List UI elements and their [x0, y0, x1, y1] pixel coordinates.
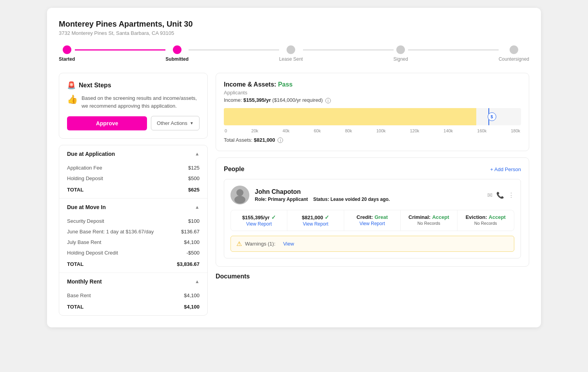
left-panel: 🚨 Next Steps 👍 Based on the screening re… — [59, 73, 208, 316]
other-actions-button[interactable]: Other Actions ▼ — [151, 116, 200, 130]
fee-total-movein: TOTAL $3,836.67 — [59, 258, 207, 273]
fee-row-holding: Holding Deposit $500 — [59, 173, 207, 184]
phone-icon[interactable]: 📞 — [496, 191, 504, 199]
more-options-icon[interactable]: ⋮ — [508, 191, 514, 199]
assets-check-icon: ✓ — [325, 214, 329, 220]
step-label-started: Started — [59, 56, 75, 62]
main-container: Monterey Pines Apartments, Unit 30 3732 … — [47, 8, 541, 327]
person-info: John Chapoton Role: Primary Applicant St… — [255, 188, 482, 202]
documents-title: Documents — [216, 273, 529, 280]
progress-section: Started Submitted Lease Sent Signed Coun… — [59, 45, 529, 62]
step-dot-started — [63, 45, 71, 54]
person-name: John Chapoton — [255, 188, 482, 195]
progress-line-4 — [408, 49, 499, 51]
step-dot-submitted — [173, 45, 181, 54]
fee-section-monthly-header[interactable]: Monthly Rent ▲ — [59, 273, 207, 290]
step-submitted: Submitted — [165, 45, 189, 62]
fee-row-july-rent: July Base Rent $4,100 — [59, 237, 207, 247]
view-assets-report[interactable]: View Report — [292, 221, 339, 227]
fee-row-security: Security Deposit $100 — [59, 216, 207, 226]
fee-section-application-header[interactable]: Due at Application ▲ — [59, 145, 207, 163]
bar-marker: $ — [488, 108, 489, 125]
fee-row-june-rent: June Base Rent: 1 day at $136.67/day $13… — [59, 226, 207, 237]
income-card: Income & Assets: Pass Applicants Income:… — [216, 73, 529, 151]
progress-line-2 — [189, 49, 279, 51]
avatar — [230, 186, 249, 204]
total-assets: Total Assets: $821,000 i — [224, 137, 521, 143]
property-name: Monterey Pines Apartments, Unit 30 — [59, 20, 529, 29]
stat-income-value: $155,395/yr ✓ — [236, 214, 282, 220]
approve-button[interactable]: Approve — [67, 116, 147, 130]
fee-total-application: TOTAL $625 — [59, 184, 207, 198]
fees-card: Due at Application ▲ Application Fee $12… — [59, 145, 208, 316]
fee-section-monthly: Monthly Rent ▲ Base Rent $4,100 TOTAL $4… — [59, 273, 207, 315]
criminal-sub: No Records — [405, 221, 452, 226]
dollar-icon: $ — [488, 112, 496, 121]
step-label-lease-sent: Lease Sent — [279, 56, 303, 62]
step-dot-countersigned — [510, 45, 518, 54]
bar-fill — [224, 108, 476, 125]
applicants-label: Applicants — [224, 90, 521, 96]
stat-income: $155,395/yr ✓ View Report — [231, 210, 287, 231]
header: Monterey Pines Apartments, Unit 30 3732 … — [59, 20, 529, 36]
right-panel: Income & Assets: Pass Applicants Income:… — [216, 73, 529, 280]
people-title: People — [224, 166, 244, 173]
fee-section-movein: Due at Move In ▲ Security Deposit $100 J… — [59, 199, 207, 273]
property-address: 3732 Monterey Pines St, Santa Barbara, C… — [59, 30, 529, 36]
next-steps-title: Next Steps — [79, 82, 111, 89]
warning-icon: ⚠ — [236, 240, 242, 247]
info-icon[interactable]: i — [325, 98, 331, 103]
step-countersigned: Countersigned — [499, 45, 529, 62]
warning-view-link[interactable]: View — [283, 241, 294, 247]
stat-eviction: Eviction: Accept No Records — [457, 210, 514, 231]
thumbsup-icon: 👍 — [67, 94, 78, 105]
fee-section-application-title: Due at Application — [67, 151, 115, 157]
stat-credit: Credit: Great View Report — [344, 210, 401, 231]
stat-assets-value: $821,000 ✓ — [292, 214, 339, 220]
svg-point-1 — [236, 189, 243, 196]
assets-info-icon[interactable]: i — [278, 137, 283, 143]
alert-icon: 🚨 — [67, 81, 76, 90]
fee-section-monthly-title: Monthly Rent — [67, 278, 102, 285]
documents-section: Documents — [216, 273, 529, 280]
income-amount: Income: $155,395/yr ($164,000/yr require… — [224, 97, 521, 103]
fee-row-base-rent: Base Rent $4,100 — [59, 290, 207, 301]
step-dot-signed — [396, 45, 405, 54]
add-person-button[interactable]: + Add Person — [490, 166, 521, 172]
next-steps-body: 👍 Based on the screening results and inc… — [67, 94, 200, 110]
fee-section-application: Due at Application ▲ Application Fee $12… — [59, 145, 207, 199]
chevron-down-icon: ▼ — [190, 121, 194, 125]
svg-point-2 — [234, 196, 245, 204]
step-lease-sent: Lease Sent — [279, 45, 303, 62]
stat-criminal-value: Criminal: Accept — [405, 214, 452, 220]
people-header: People + Add Person — [224, 166, 521, 173]
fee-section-movein-title: Due at Move In — [67, 204, 106, 210]
step-signed: Signed — [394, 45, 408, 62]
step-started: Started — [59, 45, 75, 62]
step-dot-lease-sent — [287, 45, 295, 54]
step-label-countersigned: Countersigned — [499, 56, 529, 62]
app-fee-label: Application Fee — [67, 165, 102, 171]
email-icon[interactable]: ✉ — [487, 191, 492, 199]
fee-total-monthly: TOTAL $4,100 — [59, 301, 207, 315]
holding-deposit-label: Holding Deposit — [67, 175, 103, 181]
income-header: Income & Assets: Pass — [224, 81, 521, 88]
warning-box: ⚠ Warnings (1): View — [230, 236, 514, 252]
content-row: 🚨 Next Steps 👍 Based on the screening re… — [59, 73, 529, 316]
view-income-report[interactable]: View Report — [236, 221, 282, 227]
fee-row-holding-credit: Holding Deposit Credit -$500 — [59, 247, 207, 258]
eviction-sub: No Records — [462, 221, 509, 226]
person-meta: Role: Primary Applicant Status: Lease vo… — [255, 197, 482, 202]
pass-badge: Pass — [278, 81, 292, 88]
bar-scale: 0 20k 40k 60k 80k 100k 120k 140k 160k 18… — [224, 128, 521, 133]
person-card: John Chapoton Role: Primary Applicant St… — [224, 179, 521, 258]
fee-section-movein-header[interactable]: Due at Move In ▲ — [59, 199, 207, 216]
view-credit-report[interactable]: View Report — [349, 221, 396, 226]
stat-credit-value: Credit: Great — [349, 214, 396, 220]
income-bar: $ — [224, 108, 521, 125]
person-top: John Chapoton Role: Primary Applicant St… — [230, 186, 514, 204]
person-stats: $155,395/yr ✓ View Report $821,000 ✓ Vie… — [230, 210, 514, 231]
income-check-icon: ✓ — [271, 214, 276, 220]
chevron-up-icon-monthly: ▲ — [195, 279, 200, 284]
step-label-submitted: Submitted — [165, 56, 189, 62]
